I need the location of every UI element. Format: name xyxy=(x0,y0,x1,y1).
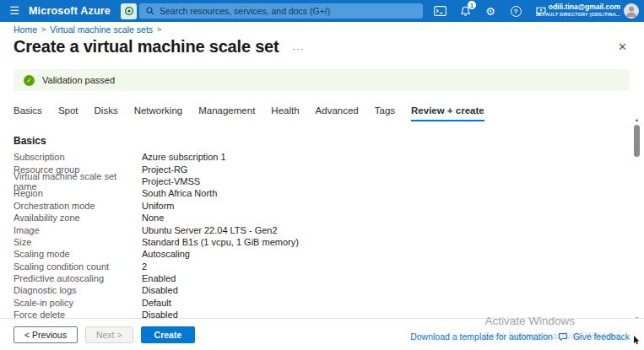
row-label: Scale-in policy xyxy=(14,298,142,308)
summary-row: RegionSouth Africa North xyxy=(14,187,604,199)
tab-tags[interactable]: Tags xyxy=(375,105,395,121)
row-value: Default xyxy=(142,298,171,308)
row-label: Predictive autoscaling xyxy=(14,273,142,283)
row-value: Enabled xyxy=(142,273,176,283)
more-options-button[interactable]: ··· xyxy=(292,40,304,54)
row-value: None xyxy=(142,213,164,223)
summary-row: Diagnostic logsDisabled xyxy=(14,284,604,296)
create-button[interactable]: Create xyxy=(141,326,196,343)
top-navigation-bar: ☰ Microsoft Azure 1 ⚙ ? odili.tina@gmail… xyxy=(0,0,644,22)
row-value: Autoscaling xyxy=(142,249,190,259)
row-label: Orchestration mode xyxy=(14,201,142,211)
row-value: Azure subscription 1 xyxy=(142,152,226,162)
summary-row: Availability zoneNone xyxy=(14,212,604,223)
account-info[interactable]: odili.tina@gmail.com DEFAULT DIRECTORY (… xyxy=(536,3,620,18)
row-label: Size xyxy=(14,237,142,247)
wizard-tabs: Basics Spot Disks Networking Management … xyxy=(14,105,484,121)
summary-row: Scaling condition count2 xyxy=(14,261,604,272)
row-value: 2 xyxy=(142,261,147,272)
summary-row: Scaling modeAutoscaling xyxy=(14,248,604,260)
row-value: Project-RG xyxy=(142,164,187,175)
settings-gear-icon[interactable]: ⚙ xyxy=(483,3,498,19)
row-label: Diagnostic logs xyxy=(14,285,142,295)
tab-basics[interactable]: Basics xyxy=(14,105,42,121)
summary-row: Predictive autoscalingEnabled xyxy=(14,272,604,284)
search-field[interactable] xyxy=(160,6,416,16)
row-label: Image xyxy=(14,225,142,235)
notifications-bell-icon[interactable]: 1 xyxy=(457,3,473,19)
tab-advanced[interactable]: Advanced xyxy=(316,105,359,121)
give-feedback-link[interactable]: Give feedback xyxy=(573,331,630,342)
breadcrumb: Home > Virtual machine scale sets > xyxy=(14,24,161,35)
copilot-button[interactable] xyxy=(121,3,137,19)
summary-row: Orchestration modeUniform xyxy=(14,200,604,212)
feedback-smiley-icon xyxy=(558,332,568,342)
tab-management[interactable]: Management xyxy=(198,105,255,121)
breadcrumb-vmss[interactable]: Virtual machine scale sets xyxy=(50,24,153,35)
summary-row: Virtual machine scale set nameProject-VM… xyxy=(14,175,604,187)
row-label: Region xyxy=(14,188,142,198)
footer-links: Download a template for automation Give … xyxy=(410,331,630,342)
summary-row: ImageUbuntu Server 22.04 LTS - Gen2 xyxy=(14,223,604,235)
row-value: South Africa North xyxy=(142,188,217,198)
notification-badge: 1 xyxy=(468,1,476,9)
brand-title[interactable]: Microsoft Azure xyxy=(29,5,111,17)
breadcrumb-home[interactable]: Home xyxy=(14,24,37,35)
close-icon[interactable]: ✕ xyxy=(618,40,627,53)
page-title: Create a virtual machine scale set xyxy=(14,37,279,57)
summary-row: Scale-in policyDefault xyxy=(14,297,604,309)
menu-icon[interactable]: ☰ xyxy=(0,0,29,22)
summary-row: SubscriptionAzure subscription 1 xyxy=(14,151,604,163)
row-value: Standard B1s (1 vcpu, 1 GiB memory) xyxy=(142,237,299,247)
tab-health[interactable]: Health xyxy=(271,105,299,121)
tab-spot[interactable]: Spot xyxy=(58,105,78,121)
validation-banner: ✓ Validation passed xyxy=(14,69,629,91)
help-icon[interactable]: ? xyxy=(508,3,523,19)
row-label: Availability zone xyxy=(14,213,142,223)
avatar[interactable] xyxy=(624,3,639,19)
tab-review-create[interactable]: Review + create xyxy=(411,105,484,121)
row-label: Scaling condition count xyxy=(14,261,142,272)
summary-row: SizeStandard B1s (1 vcpu, 1 GiB memory) xyxy=(14,236,604,248)
scrollbar-thumb[interactable] xyxy=(634,125,640,157)
cloud-shell-icon[interactable] xyxy=(432,3,447,19)
next-button[interactable]: Next > xyxy=(85,326,133,343)
account-email: odili.tina@gmail.com xyxy=(536,3,620,12)
row-value: Uniform xyxy=(142,201,175,211)
row-label: Scaling mode xyxy=(14,249,142,259)
download-template-link[interactable]: Download a template for automation xyxy=(410,331,553,342)
vertical-scrollbar[interactable]: ▲ ▼ xyxy=(632,116,641,323)
previous-button[interactable]: < Previous xyxy=(14,326,78,343)
tab-networking[interactable]: Networking xyxy=(134,105,183,121)
row-label: Subscription xyxy=(14,152,142,162)
chevron-right-icon: > xyxy=(41,25,46,34)
copilot-icon xyxy=(124,6,134,16)
row-value: Ubuntu Server 22.04 LTS - Gen2 xyxy=(142,225,278,235)
chevron-right-icon: > xyxy=(157,25,161,34)
search-input[interactable] xyxy=(139,3,423,19)
row-value: Disabled xyxy=(142,285,178,295)
section-title-basics: Basics xyxy=(14,135,46,147)
success-check-icon: ✓ xyxy=(24,75,35,86)
tab-disks[interactable]: Disks xyxy=(95,105,118,121)
account-directory: DEFAULT DIRECTORY (ODILITINA... xyxy=(536,12,620,18)
search-icon xyxy=(146,7,154,15)
validation-message: Validation passed xyxy=(42,75,115,85)
review-summary-list: SubscriptionAzure subscription 1 Resourc… xyxy=(14,151,604,320)
row-value: Project-VMSS xyxy=(142,176,200,186)
scroll-up-icon[interactable]: ▲ xyxy=(632,116,641,124)
topbar-icon-group: 1 ⚙ ? xyxy=(432,0,549,22)
